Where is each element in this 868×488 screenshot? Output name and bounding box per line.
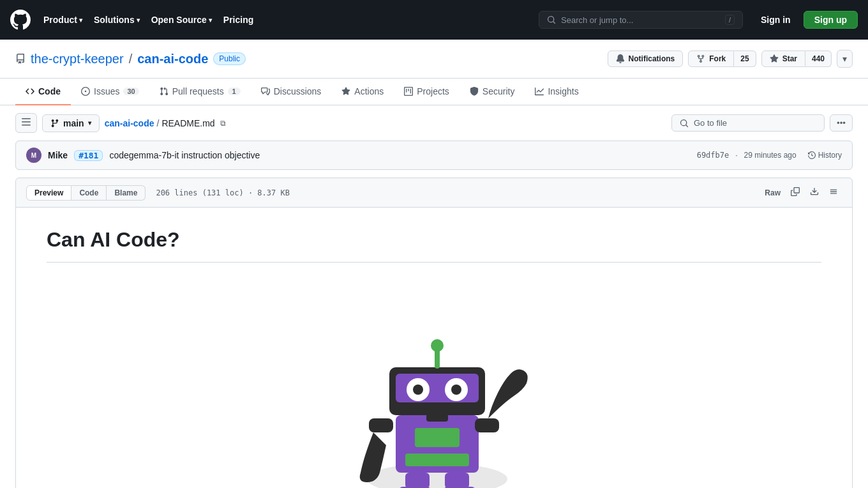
repo-separator: /	[129, 52, 133, 66]
svg-point-9	[451, 385, 461, 395]
repo-header: the-crypt-keeper / can-ai-code Public No…	[0, 40, 868, 79]
notifications-button[interactable]: Notifications	[608, 50, 684, 67]
fork-button[interactable]: Fork	[688, 50, 734, 67]
tab-pullrequests[interactable]: Pull requests 1	[149, 79, 251, 105]
tab-issues[interactable]: Issues 30	[71, 79, 149, 105]
more-options-button[interactable]: •••	[830, 114, 853, 132]
breadcrumb-repo-link[interactable]: can-ai-code	[105, 118, 154, 128]
commit-author-link[interactable]: Mike	[48, 150, 68, 160]
commit-row: M Mike #181 codegemma-7b-it instruction …	[15, 141, 853, 170]
repo-title: the-crypt-keeper / can-ai-code Public	[15, 52, 246, 77]
branch-name: main	[63, 118, 84, 128]
star-icon	[770, 54, 779, 63]
signup-button[interactable]: Sign up	[804, 11, 858, 29]
tab-projects[interactable]: Projects	[394, 79, 460, 105]
fork-icon	[696, 54, 705, 63]
outline-button[interactable]	[825, 185, 842, 201]
tab-security-label: Security	[483, 86, 515, 96]
add-button[interactable]: ▾	[837, 50, 853, 68]
sidebar-toggle-button[interactable]	[15, 113, 37, 133]
raw-button[interactable]: Raw	[761, 186, 784, 200]
tab-security[interactable]: Security	[460, 79, 525, 105]
nav-product[interactable]: Product ▾	[38, 12, 87, 27]
branch-icon	[50, 119, 59, 128]
file-meta: 206 lines (131 loc) · 8.37 KB	[156, 188, 290, 197]
robot-container	[47, 278, 821, 488]
robot-illustration	[326, 291, 542, 488]
svg-rect-15	[405, 473, 430, 488]
tab-actions-label: Actions	[354, 86, 384, 96]
tab-discussions[interactable]: Discussions	[251, 79, 332, 105]
tab-code-label: Code	[38, 86, 61, 96]
file-actions: Raw	[761, 185, 842, 201]
fork-group: Fork 25	[688, 50, 756, 67]
tab-insights-label: Insights	[548, 86, 578, 96]
chevron-down-icon: ▾	[79, 17, 82, 24]
readme-title: Can AI Code?	[47, 228, 821, 263]
repo-visibility-badge: Public	[213, 52, 246, 65]
search-icon	[547, 15, 556, 24]
tab-pr-badge: 1	[228, 88, 241, 95]
svg-point-11	[431, 339, 444, 352]
file-toolbar: main ▾ can-ai-code / README.md ⧉ Go to f…	[0, 105, 868, 141]
discussions-icon	[261, 87, 270, 96]
breadcrumb-separator: /	[157, 118, 160, 128]
svg-point-8	[413, 385, 423, 395]
repo-tabs: Code Issues 30 Pull requests 1 Discussio…	[0, 79, 868, 105]
github-logo-icon	[10, 10, 31, 30]
outline-icon	[829, 187, 838, 196]
github-logo[interactable]	[10, 10, 31, 30]
fork-count: 25	[734, 50, 756, 67]
header-actions: Sign in Sign up	[753, 11, 858, 29]
branch-selector[interactable]: main ▾	[42, 114, 100, 132]
signin-button[interactable]: Sign in	[753, 11, 798, 28]
tab-discussions-label: Discussions	[274, 86, 322, 96]
readme-content: Can AI Code?	[15, 208, 853, 488]
star-button[interactable]: Star	[761, 50, 805, 67]
copy-content-button[interactable]	[787, 185, 804, 201]
star-label: Star	[782, 54, 797, 63]
security-icon	[470, 87, 479, 96]
pr-icon	[160, 87, 168, 96]
tab-projects-label: Projects	[417, 86, 449, 96]
blame-tab[interactable]: Blame	[107, 185, 146, 201]
chevron-down-icon: ▾	[88, 119, 91, 126]
breadcrumb-current-file: README.md	[161, 118, 214, 128]
bell-icon	[616, 54, 625, 63]
goto-file-bar[interactable]: Go to file	[671, 114, 825, 132]
chevron-down-icon: ▾	[209, 17, 212, 24]
file-view-tabs: Preview Code Blame	[26, 185, 146, 201]
more-options-icon: •••	[837, 118, 846, 128]
search-bar[interactable]: Search or jump to... /	[539, 11, 743, 29]
svg-rect-12	[369, 418, 393, 432]
nav-solutions[interactable]: Solutions ▾	[89, 12, 145, 27]
repo-owner-link[interactable]: the-crypt-keeper	[31, 52, 124, 66]
preview-tab[interactable]: Preview	[26, 185, 71, 201]
nav-opensource[interactable]: Open Source ▾	[146, 12, 217, 27]
search-shortcut: /	[725, 15, 735, 25]
tab-code[interactable]: Code	[15, 79, 71, 105]
header: Product ▾ Solutions ▾ Open Source ▾ Pric…	[0, 0, 868, 40]
svg-rect-16	[445, 473, 469, 488]
nav-pricing[interactable]: Pricing	[218, 12, 258, 27]
download-icon	[810, 187, 819, 196]
tab-issues-label: Issues	[94, 86, 119, 96]
notifications-label: Notifications	[629, 54, 675, 63]
svg-rect-3	[405, 454, 469, 466]
code-icon	[26, 87, 34, 96]
copy-path-button[interactable]: ⧉	[218, 118, 228, 129]
repo-name-link[interactable]: can-ai-code	[137, 52, 208, 66]
commit-time-ago: 29 minutes ago	[744, 151, 797, 160]
star-group: Star 440	[761, 50, 832, 67]
issues-icon	[81, 87, 90, 96]
author-avatar: M	[26, 148, 41, 163]
svg-rect-13	[475, 418, 499, 432]
commit-hash-link[interactable]: #181	[74, 150, 103, 161]
history-button[interactable]: History	[808, 151, 842, 160]
tab-pr-label: Pull requests	[172, 86, 224, 96]
tab-actions[interactable]: Actions	[331, 79, 394, 105]
tab-insights[interactable]: Insights	[525, 79, 588, 105]
code-tab[interactable]: Code	[71, 185, 107, 201]
commit-time: ·	[735, 151, 737, 160]
download-button[interactable]	[806, 185, 823, 201]
